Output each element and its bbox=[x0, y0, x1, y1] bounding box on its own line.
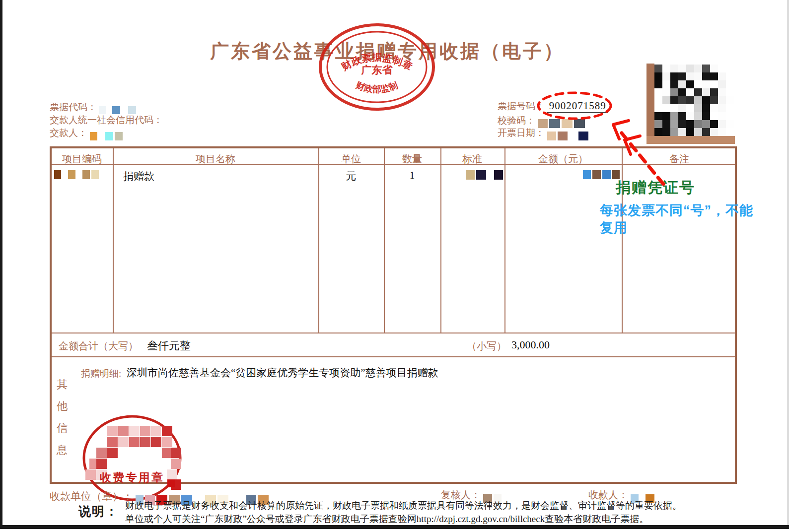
producer-stamp-arc-bottom: 财政部监制 bbox=[354, 80, 399, 94]
item-qty: 1 bbox=[410, 169, 415, 182]
total-digits-value: 3,000.00 bbox=[511, 338, 550, 351]
frame-right-border bbox=[788, 0, 789, 525]
header-separator bbox=[52, 164, 735, 165]
check-code-label: 校验码： bbox=[498, 115, 535, 126]
item-name: 捐赠款 bbox=[123, 169, 154, 183]
col-line-3 bbox=[384, 148, 385, 332]
col-header-qty: 数量 bbox=[402, 152, 422, 166]
col-header-remark: 备注 bbox=[669, 152, 689, 166]
col-header-standard: 标准 bbox=[462, 152, 482, 166]
fee-stamp-text: 收费专用章 bbox=[83, 470, 181, 485]
col-line-1 bbox=[113, 148, 114, 332]
annotation-blue-line-2: 复用 bbox=[600, 219, 628, 237]
item-code-redacted bbox=[54, 170, 100, 179]
producer-stamp: 财政票据监制章 广东省 财政部监制 bbox=[317, 22, 437, 112]
producer-stamp-center: 广东省 bbox=[361, 64, 393, 76]
issue-date-label: 开票日期： bbox=[498, 128, 545, 138]
totals-bottom-line bbox=[52, 356, 735, 357]
frame-bottom-border bbox=[0, 525, 789, 529]
highlight-arrowhead-1 bbox=[613, 121, 629, 139]
donation-detail-text: 深圳市尚佐慈善基金会“贫困家庭优秀学生专项资助”慈善项目捐赠款 bbox=[127, 366, 438, 380]
reviewer-label: 复核人： bbox=[441, 489, 481, 500]
total-words-label: 金额合计（大写） bbox=[59, 339, 138, 353]
other-info-label-3: 信 bbox=[57, 421, 68, 436]
svg-text:财政部监制: 财政部监制 bbox=[354, 80, 399, 94]
col-header-item-code: 项目编码 bbox=[62, 152, 102, 166]
qr-grid bbox=[654, 65, 734, 136]
col-header-amount: 金额（元） bbox=[538, 152, 588, 166]
col-line-6 bbox=[622, 148, 623, 332]
qr-code bbox=[646, 64, 735, 144]
col-line-2 bbox=[318, 148, 319, 332]
annotation-voucher-number: 捐赠凭证号 bbox=[616, 178, 695, 198]
col-header-unit: 单位 bbox=[341, 152, 361, 166]
annotation-blue-line-1: 每张发票不同“号”，不能 bbox=[600, 201, 753, 219]
credit-code-field: 交款人统一社会信用代码： bbox=[50, 114, 163, 127]
total-digits-label: （小写） bbox=[467, 339, 506, 353]
totals-top-line bbox=[52, 332, 735, 333]
donation-detail-label: 捐赠明细: bbox=[81, 367, 121, 380]
total-words-value: 叁仟元整 bbox=[147, 338, 191, 353]
note-line-2: 单位或个人可关注“广东财政”公众号或登录广东省财政电子票据查验网http://d… bbox=[125, 513, 648, 526]
bill-number-label: 票据号码： bbox=[498, 101, 545, 111]
qr-bottom-bar bbox=[646, 136, 735, 144]
frame-left-border bbox=[0, 0, 2, 529]
bill-number-field: 票据号码： 9002071589 bbox=[498, 100, 608, 113]
other-info-label-4: 息 bbox=[57, 443, 68, 458]
col-line-4 bbox=[440, 148, 441, 332]
issue-date-field: 开票日期： bbox=[498, 127, 590, 140]
donation-receipt-page: 广东省公益事业捐赠专用收据（电子） 财政票据监制章 广东省 财政部监制 票据代码… bbox=[0, 0, 789, 532]
other-info-label-1: 其 bbox=[57, 377, 68, 392]
check-code-field: 校验码： bbox=[498, 114, 586, 128]
cashier-label: 收款人： bbox=[588, 489, 628, 500]
payer-field: 交款人： bbox=[50, 127, 124, 140]
note-line-1: 财政电子票据是财务收支和会计核算的原始凭证，财政电子票据和纸质票据具有同等法律效… bbox=[125, 499, 682, 512]
col-line-5 bbox=[504, 148, 505, 332]
item-standard-redacted bbox=[466, 170, 504, 180]
credit-code-label: 交款人统一社会信用代码： bbox=[50, 115, 163, 125]
bill-code-field: 票据代码： bbox=[50, 101, 138, 114]
payer-label: 交款人： bbox=[50, 128, 87, 138]
col-header-item-name: 项目名称 bbox=[196, 152, 235, 166]
bill-code-label: 票据代码： bbox=[50, 102, 97, 112]
stamp-fragment bbox=[167, 479, 175, 487]
bill-number-value: 9002071589 bbox=[547, 100, 608, 113]
other-info-label-2: 他 bbox=[57, 399, 68, 414]
note-label: 说明： bbox=[78, 503, 119, 520]
payee-unit-label: 收款单位（章）： bbox=[50, 490, 133, 502]
item-unit: 元 bbox=[346, 169, 357, 183]
qr-left-bar bbox=[646, 64, 654, 144]
